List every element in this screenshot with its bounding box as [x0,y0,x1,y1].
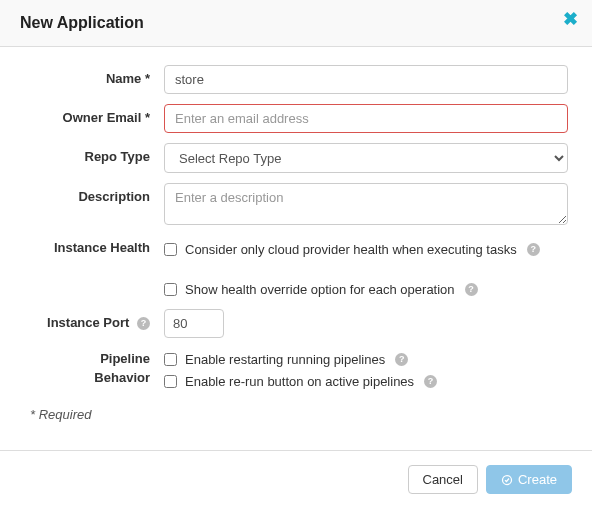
pipeline-rerun-checkbox[interactable] [164,375,177,388]
description-label: Description [24,183,164,204]
name-input[interactable] [164,65,568,94]
cloud-health-checkbox[interactable] [164,243,177,256]
pipeline-rerun-text: Enable re-run button on active pipelines [185,372,414,392]
pipeline-restart-checkbox[interactable] [164,353,177,366]
check-circle-icon [501,474,513,486]
help-icon[interactable]: ? [424,375,437,388]
new-application-modal: New Application ✖ Name * Owner Email * R… [0,0,592,508]
health-override-label-spacer [24,278,164,280]
repo-type-select[interactable]: Select Repo Type [164,143,568,173]
modal-footer: Cancel Create [0,450,592,508]
instance-port-input[interactable] [164,309,224,338]
description-input[interactable] [164,183,568,225]
required-note: * Required [30,407,568,422]
close-icon[interactable]: ✖ [563,10,578,28]
repo-type-label: Repo Type [24,143,164,164]
instance-port-label: Instance Port ? [24,309,164,330]
cancel-button[interactable]: Cancel [408,465,478,494]
instance-health-label: Instance Health [24,238,164,255]
modal-header: New Application ✖ [0,0,592,47]
owner-email-input[interactable] [164,104,568,133]
help-icon[interactable]: ? [527,243,540,256]
health-override-checkbox[interactable] [164,283,177,296]
modal-body: Name * Owner Email * Repo Type Select Re… [0,47,592,432]
pipeline-restart-text: Enable restarting running pipelines [185,350,385,370]
modal-title: New Application [20,14,144,31]
owner-email-label: Owner Email * [24,104,164,125]
pipeline-behavior-label: Pipeline Behavior [24,348,164,388]
create-button[interactable]: Create [486,465,572,494]
help-icon[interactable]: ? [137,317,150,330]
cloud-health-text: Consider only cloud provider health when… [185,240,517,260]
help-icon[interactable]: ? [395,353,408,366]
name-label: Name * [24,65,164,86]
help-icon[interactable]: ? [465,283,478,296]
health-override-text: Show health override option for each ope… [185,280,455,300]
